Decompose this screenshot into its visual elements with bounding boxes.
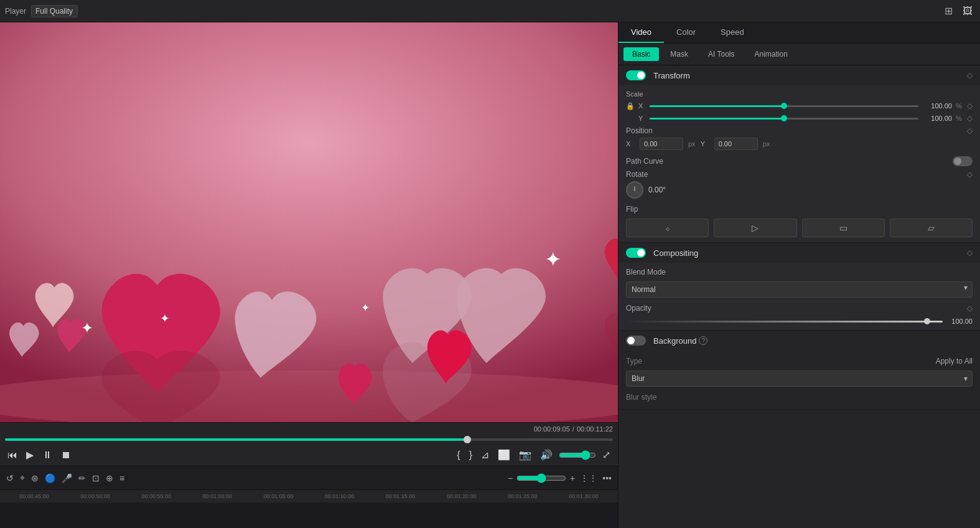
link-icon[interactable]: ⌖ [19,471,26,484]
compositing-body: Blend Mode Normal Multiply Screen Overla… [618,263,980,330]
player-panel: ✦ ✦ ✦ ✦ 00:00:09:05 / 00:00:11:22 [0,22,618,528]
subtab-basic[interactable]: Basic [623,47,659,61]
position-label: Position [626,126,653,135]
scale-y-row: Y 100.00 % ◇ [638,114,973,123]
time-display: 00:00:09:05 / 00:00:11:22 [5,425,613,433]
compositing-diamond[interactable]: ◇ [967,248,973,257]
pos-x-input[interactable] [640,138,683,150]
opacity-value: 100.00 [948,318,973,325]
transform-toggle[interactable] [626,70,646,80]
tab-video[interactable]: Video [618,22,664,43]
flip-both-h-button[interactable]: ▭ [802,219,885,237]
skip-back-button[interactable]: ⏮ [5,448,20,462]
opacity-track[interactable] [626,321,943,323]
subtab-animation[interactable]: Animation [745,47,796,61]
blur-select[interactable]: Blur [626,370,973,387]
hearts-svg: ✦ ✦ ✦ ✦ [0,22,618,422]
volume-slider[interactable] [559,450,596,460]
total-time: 00:00:11:22 [577,425,613,433]
background-body: Type Apply to All Blur ▾ Blur style [618,351,980,409]
progress-thumb[interactable] [464,436,471,443]
progress-track[interactable] [5,438,613,441]
ruler-mark: 00:00:50:00 [65,493,126,499]
transition-icon[interactable]: ⊡ [91,472,101,484]
scale-y-track[interactable] [650,118,918,120]
audio-icon[interactable]: 🎤 [60,472,73,484]
svg-text:✦: ✦ [81,319,93,336]
scale-y-diamond[interactable]: ◇ [967,114,973,123]
pause-button[interactable]: ⏸ [40,448,55,462]
subtab-ai-tools[interactable]: AI Tools [699,47,743,61]
path-curve-label: Path Curve [626,157,953,166]
ruler-mark: 00:01:05:00 [248,493,309,499]
position-diamond[interactable]: ◇ [967,126,973,135]
dots-menu[interactable]: ••• [601,472,613,484]
scale-y-label: Y [638,115,646,122]
type-label: Type [626,357,936,365]
scale-y-thumb[interactable] [781,115,787,121]
image-icon[interactable]: 🖼 [960,4,975,18]
more-options[interactable]: ⋮⋮ [579,472,599,484]
zoom-slider[interactable] [516,473,566,483]
magnet-icon[interactable]: ⊛ [30,472,40,484]
transform-diamond[interactable]: ◇ [967,71,973,80]
transform-header[interactable]: Transform ◇ [618,65,980,85]
edit-icon[interactable]: ✏ [77,472,87,484]
tab-color[interactable]: Color [664,22,708,43]
grid-icon[interactable]: ⊞ [942,4,955,18]
menu-icon[interactable]: ≡ [118,472,126,484]
compositing-section: Compositing ◇ Blend Mode Normal Multiply… [618,243,980,331]
background-info-icon[interactable]: ? [699,336,707,345]
progress-bar[interactable] [5,435,613,444]
lock-icon[interactable]: 🔒 [626,102,636,110]
ripple-icon[interactable]: ⊿ [478,448,492,462]
flip-both-v-button[interactable]: ▱ [890,219,973,237]
pos-x-unit: px [688,140,696,148]
opacity-thumb[interactable] [924,318,930,324]
transform-section: Transform ◇ Scale 🔒 X 100.00 [618,65,980,243]
stop-button[interactable]: ⏹ [58,448,73,462]
expand-icon[interactable]: ⤢ [600,448,613,462]
mark-in-button[interactable]: { [454,448,462,462]
zoom-out-button[interactable]: − [506,472,514,484]
scale-label: Scale [626,90,973,98]
marker-icon[interactable]: 🔵 [44,472,57,484]
ruler-mark: 00:01:30:00 [553,493,614,499]
quality-select[interactable]: Full Quality 1/2 Quality 1/4 Quality [31,5,78,17]
scale-x-unit: % [956,102,963,110]
rotate-diamond[interactable]: ◇ [967,170,973,179]
subtab-mask[interactable]: Mask [661,47,697,61]
ruler-mark: 00:01:00:00 [187,493,248,499]
compositing-title: Compositing [653,248,698,258]
screenshot-icon[interactable]: 📷 [516,448,534,462]
compositing-toggle[interactable] [626,248,646,258]
path-curve-toggle[interactable] [953,156,973,166]
svg-point-1 [0,370,618,422]
apply-all-button[interactable]: Apply to All [936,357,973,365]
ruler-mark: 00:00:55:00 [126,493,187,499]
main-content: ✦ ✦ ✦ ✦ 00:00:09:05 / 00:00:11:22 [0,22,980,528]
svg-text:✦: ✦ [544,248,562,271]
blend-mode-label: Blend Mode [626,268,973,276]
rotate-dial[interactable] [626,181,643,199]
pos-y-input[interactable] [714,138,758,150]
ruler-mark: 00:01:25:00 [492,493,553,499]
flip-v-button[interactable]: ▷ [714,219,796,237]
opacity-diamond[interactable]: ◇ [967,304,973,313]
volume-icon[interactable]: 🔊 [538,448,555,462]
scale-x-diamond[interactable]: ◇ [967,101,973,110]
undo-icon[interactable]: ↺ [5,472,15,484]
crop-icon[interactable]: ⬜ [495,448,513,462]
player-label: Player [5,7,26,16]
effect-icon[interactable]: ⊕ [105,472,114,484]
play-button[interactable]: ▶ [24,448,36,462]
mark-out-button[interactable]: } [467,448,475,462]
scale-x-thumb[interactable] [781,103,787,109]
compositing-header[interactable]: Compositing ◇ [618,243,980,263]
tab-speed[interactable]: Speed [708,22,757,43]
background-toggle[interactable] [626,336,646,346]
zoom-in-button[interactable]: + [569,472,576,484]
blend-mode-select[interactable]: Normal Multiply Screen Overlay Darken Li… [626,281,973,298]
scale-x-track[interactable] [650,105,918,107]
flip-h-button[interactable]: ⬦ [626,219,709,237]
